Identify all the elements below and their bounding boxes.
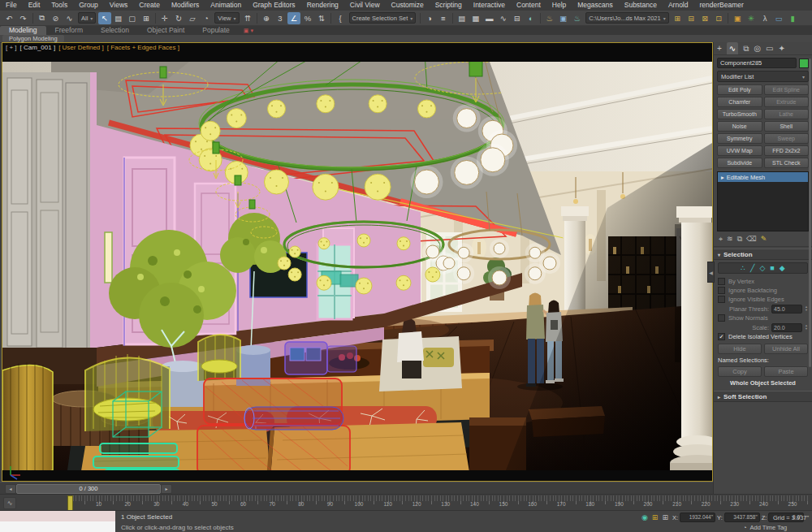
vertex-icon[interactable]: ∴: [741, 264, 745, 272]
unlink-selection-icon[interactable]: ⊘: [50, 12, 63, 24]
soft-selection-rollout-header[interactable]: ▸ Soft Selection: [714, 391, 812, 402]
snaps-toggle-icon[interactable]: 3: [274, 12, 287, 24]
modifier-button-edit-spline[interactable]: Edit Spline: [764, 84, 810, 95]
transform-gizmo-icon[interactable]: ⊞: [662, 513, 668, 522]
material-editor-icon[interactable]: ◐: [525, 12, 538, 24]
ribbon-tab-populate[interactable]: Populate: [193, 26, 239, 35]
align-icon[interactable]: ≡: [437, 12, 450, 24]
redo-icon[interactable]: ↷: [17, 12, 30, 24]
select-and-rotate-icon[interactable]: ↻: [172, 12, 185, 24]
copy-button[interactable]: Copy: [718, 366, 762, 377]
edge-icon[interactable]: ╱: [750, 264, 754, 272]
menu-megascans[interactable]: Megascans: [572, 0, 618, 11]
create-tab[interactable]: +: [717, 42, 722, 54]
render-setup-icon[interactable]: ♨: [543, 12, 556, 24]
remove-modifier-icon[interactable]: ⌫: [746, 235, 757, 243]
polygon-icon[interactable]: ■: [770, 264, 774, 272]
make-unique-icon[interactable]: ⧉: [737, 235, 742, 244]
menu-arnold[interactable]: Arnold: [663, 0, 694, 11]
selection-lock-icon[interactable]: ⊞: [652, 513, 659, 522]
menu-help[interactable]: Help: [546, 0, 572, 11]
use-pivot-point-center-icon[interactable]: ⇈: [241, 12, 254, 24]
spinner-icon[interactable]: ▲▼: [805, 324, 808, 331]
modifier-button-shell[interactable]: Shell: [764, 121, 810, 132]
y-coordinate-field[interactable]: 3437.858": [724, 513, 760, 522]
time-slider-handle[interactable]: 0 / 300: [16, 484, 161, 494]
plugin-icon-3[interactable]: λ: [758, 12, 771, 24]
x-coordinate-field[interactable]: 1932.044": [680, 513, 715, 522]
panel-scrollbar[interactable]: [809, 58, 811, 367]
panel-splitter-handle[interactable]: ◀: [707, 262, 715, 283]
menu-scripting[interactable]: Scripting: [430, 0, 468, 11]
viewport-camera-label[interactable]: [ Cam_001 ]: [20, 44, 56, 51]
asset-import-icon-1[interactable]: ⊞: [671, 12, 684, 24]
plugin-icon-4[interactable]: ▭: [772, 12, 785, 24]
paste-button[interactable]: Paste: [764, 366, 808, 377]
menu-customize[interactable]: Customize: [386, 0, 430, 11]
create-selection-set-dropdown[interactable]: Create Selection Set▾: [349, 12, 417, 24]
modifier-button-lathe[interactable]: Lathe: [764, 109, 810, 119]
modifier-button-stl-check[interactable]: STL Check: [764, 158, 810, 168]
menu-interactive[interactable]: Interactive: [468, 0, 511, 11]
viewport-pov-label[interactable]: [ User Defined ]: [58, 44, 104, 51]
menu-content[interactable]: Content: [511, 0, 546, 11]
modifier-button-sweep[interactable]: Sweep: [764, 133, 810, 144]
viewport-shading-label[interactable]: [ Facets + Edged Faces ]: [107, 44, 179, 51]
menu-rendering[interactable]: Rendering: [301, 0, 344, 11]
workspace-switcher-icon[interactable]: ▣ ▾: [239, 26, 258, 35]
modifier-button-chamfer[interactable]: Chamfer: [717, 97, 762, 107]
spinner-icon[interactable]: ▲▼: [805, 305, 808, 312]
menu-substance[interactable]: Substance: [619, 0, 663, 11]
asset-import-icon-4[interactable]: ⊡: [712, 12, 725, 24]
next-frame-button[interactable]: ▸: [161, 484, 172, 494]
isolate-selection-toggle-icon[interactable]: ◉: [641, 513, 648, 522]
modifier-button-subdivide[interactable]: Subdivide: [717, 158, 762, 168]
layer-explorer-icon[interactable]: ▦: [469, 12, 482, 24]
render-production-icon[interactable]: ♨: [571, 12, 584, 24]
hierarchy-tab[interactable]: ⧉: [743, 42, 749, 54]
menu-views[interactable]: Views: [104, 0, 134, 11]
mirror-icon[interactable]: ◑: [423, 12, 436, 24]
show-normals-checkbox[interactable]: Show Normals: [718, 314, 808, 322]
polygon-modeling-panel[interactable]: Polygon Modeling: [2, 35, 64, 42]
unhide-all-button[interactable]: Unhide All: [764, 344, 808, 354]
motion-tab[interactable]: ◎: [754, 42, 761, 54]
selection-rollout-header[interactable]: ▾ Selection: [714, 249, 812, 260]
plugin-icon-5[interactable]: ▮: [786, 12, 799, 24]
ribbon-tab-selection[interactable]: Selection: [92, 26, 138, 35]
menu-file[interactable]: File: [0, 0, 23, 11]
camera-viewport[interactable]: [ + ][ Cam_001 ][ User Defined ][ Facets…: [2, 42, 713, 482]
project-folder-dropdown[interactable]: C:\Users\Jo...ds Max 2021▾: [585, 12, 668, 24]
track-bar[interactable]: ∿ 10203040506070809010011012013014015016…: [0, 494, 812, 511]
scale-field[interactable]: 20.0: [771, 323, 802, 332]
select-object-icon[interactable]: ↖: [98, 12, 111, 24]
rectangular-selection-region-icon[interactable]: ▢: [126, 12, 139, 24]
ribbon-toggle-icon[interactable]: ▬: [483, 12, 496, 24]
viewport-label[interactable]: [ + ][ Cam_001 ][ User Defined ][ Facets…: [6, 44, 183, 51]
menu-modifiers[interactable]: Modifiers: [166, 0, 205, 11]
percent-snap-icon[interactable]: %: [301, 12, 314, 24]
modifier-button-ffd-2x2x2[interactable]: FFD 2x2x2: [764, 145, 810, 156]
menu-renderbeamer[interactable]: renderBeamer: [693, 0, 749, 11]
hide-button[interactable]: Hide: [718, 344, 762, 354]
show-end-result-icon[interactable]: ≋: [727, 235, 733, 243]
menu-civil-view[interactable]: Civil View: [344, 0, 386, 11]
asset-import-icon-2[interactable]: ⊟: [685, 12, 698, 24]
menu-animation[interactable]: Animation: [205, 0, 247, 11]
modifier-stack[interactable]: ▸Editable Mesh: [717, 171, 809, 231]
object-name-field[interactable]: Component285: [717, 58, 797, 68]
menu-group[interactable]: Group: [73, 0, 104, 11]
previous-frame-button[interactable]: ◂: [5, 484, 16, 494]
named-selection-sets-dropdown[interactable]: All▾: [78, 12, 96, 24]
plugin-icon-1[interactable]: ▣: [731, 12, 744, 24]
angle-snap-icon[interactable]: ∠: [287, 12, 300, 24]
stack-item-editable-mesh[interactable]: ▸Editable Mesh: [718, 172, 808, 182]
window-crossing-icon[interactable]: ⊞: [140, 12, 153, 24]
reference-coordinate-system-dropdown[interactable]: View▾: [214, 12, 239, 24]
select-and-move-icon[interactable]: ✛: [158, 12, 171, 24]
plugin-icon-2[interactable]: ✳: [745, 12, 758, 24]
delete-isolated-vertices-checkbox[interactable]: ✓ Delete Isolated Vertices: [718, 332, 808, 341]
modifier-button-turbosmooth[interactable]: TurboSmooth: [717, 109, 762, 119]
menu-graph-editors[interactable]: Graph Editors: [247, 0, 300, 11]
ribbon-tab-object-paint[interactable]: Object Paint: [138, 26, 193, 35]
